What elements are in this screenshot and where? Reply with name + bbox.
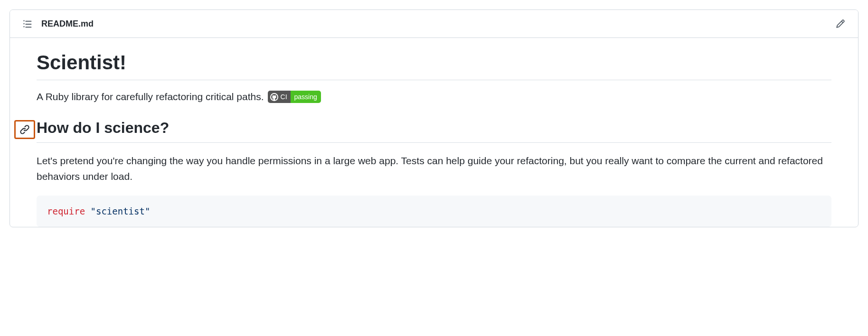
description-row: A Ruby library for carefully refactoring… — [37, 91, 831, 103]
code-keyword: require — [47, 206, 85, 216]
badge-label: CI — [281, 91, 287, 103]
code-block: require "scientist" — [37, 196, 831, 227]
page-title: Scientist! — [37, 51, 831, 80]
code-string: "scientist" — [91, 206, 151, 216]
section-heading: How do I science? — [37, 119, 169, 137]
section-paragraph: Let's pretend you're changing the way yo… — [37, 153, 831, 184]
ci-badge[interactable]: CI passing — [268, 91, 321, 103]
pencil-icon[interactable] — [831, 15, 849, 33]
readme-body: Scientist! A Ruby library for carefully … — [10, 38, 858, 227]
readme-filename: README.md — [41, 19, 831, 29]
readme-header: README.md — [10, 10, 858, 38]
github-icon — [270, 93, 278, 101]
readme-panel: README.md Scientist! A Ruby library for … — [9, 9, 859, 227]
table-of-contents-icon[interactable] — [19, 15, 37, 33]
description-text: A Ruby library for carefully refactoring… — [37, 91, 264, 103]
section-heading-row: How do I science? — [37, 119, 831, 143]
badge-status: passing — [291, 91, 321, 103]
link-icon[interactable] — [14, 120, 35, 139]
badge-label-section: CI — [268, 91, 291, 103]
